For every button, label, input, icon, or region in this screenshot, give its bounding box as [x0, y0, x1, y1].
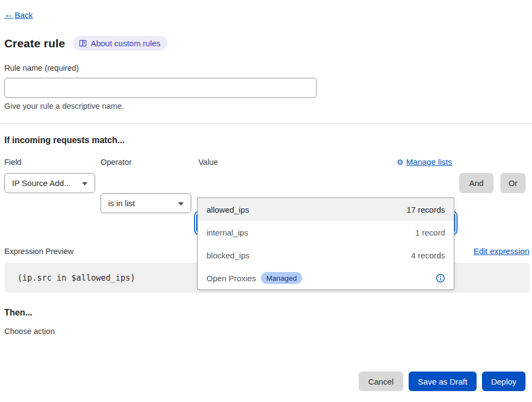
section-divider [0, 123, 532, 124]
field-label: Field [4, 158, 21, 166]
option-name: allowed_ips [206, 205, 249, 214]
rule-name-input[interactable] [4, 78, 317, 98]
or-button[interactable]: Or [500, 173, 525, 193]
dropdown-option-blocked-ips[interactable]: blocked_ips 4 records [198, 244, 454, 267]
back-arrow-icon: ← [4, 9, 14, 20]
info-icon[interactable] [436, 274, 445, 283]
then-section-heading: Then... [4, 308, 33, 318]
and-button[interactable]: And [459, 173, 493, 193]
book-icon [79, 39, 87, 47]
rule-name-label: Rule name (required) [4, 64, 79, 72]
save-as-draft-button[interactable]: Save as Draft [409, 372, 477, 391]
value-label: Value [198, 158, 218, 166]
operator-select-value: is in list [108, 199, 135, 208]
cancel-button[interactable]: Cancel [359, 372, 403, 391]
field-select-value: IP Source Add... [12, 178, 71, 188]
option-name: Open Proxies [206, 274, 256, 283]
option-name: blocked_ips [206, 251, 249, 260]
edit-expression-link[interactable]: Edit expression [473, 246, 529, 256]
about-badge-label: About custom rules [91, 39, 160, 48]
operator-select[interactable]: is in list [101, 193, 191, 213]
create-rule-page: ← Back Create rule About custom rules Ru… [0, 0, 532, 402]
option-record-count: 4 records [411, 251, 445, 260]
managed-badge: Managed [261, 272, 302, 284]
choose-action-label: Choose action [4, 327, 55, 336]
rule-name-helper: Give your rule a descriptive name. [4, 102, 124, 110]
expression-preview-label: Expression Preview [4, 247, 73, 256]
caret-down-icon [178, 202, 184, 206]
dropdown-option-allowed-ips[interactable]: allowed_ips 17 records [198, 198, 454, 221]
manage-lists-link[interactable]: ⚙ Manage lists [397, 157, 452, 166]
expression-code: (ip.src in $allowed_ips) [17, 273, 135, 283]
caret-down-icon [82, 182, 87, 185]
gear-icon: ⚙ [397, 158, 404, 166]
manage-lists-label: Manage lists [406, 157, 452, 166]
deploy-button[interactable]: Deploy [482, 372, 525, 391]
option-record-count: 1 record [415, 228, 445, 237]
option-name: internal_ips [206, 228, 248, 237]
back-link[interactable]: ← Back [4, 9, 33, 20]
operator-label: Operator [101, 158, 132, 166]
back-label: Back [15, 10, 33, 20]
match-section-heading: If incoming requests match... [4, 135, 124, 145]
option-record-count: 17 records [406, 205, 445, 214]
page-title: Create rule [4, 37, 65, 50]
about-custom-rules-link[interactable]: About custom rules [73, 36, 167, 51]
dropdown-option-internal-ips[interactable]: internal_ips 1 record [198, 221, 454, 244]
field-select[interactable]: IP Source Add... [4, 173, 95, 193]
dropdown-option-open-proxies[interactable]: Open Proxies Managed [198, 267, 454, 289]
value-dropdown-panel: allowed_ips 17 records internal_ips 1 re… [197, 197, 454, 290]
